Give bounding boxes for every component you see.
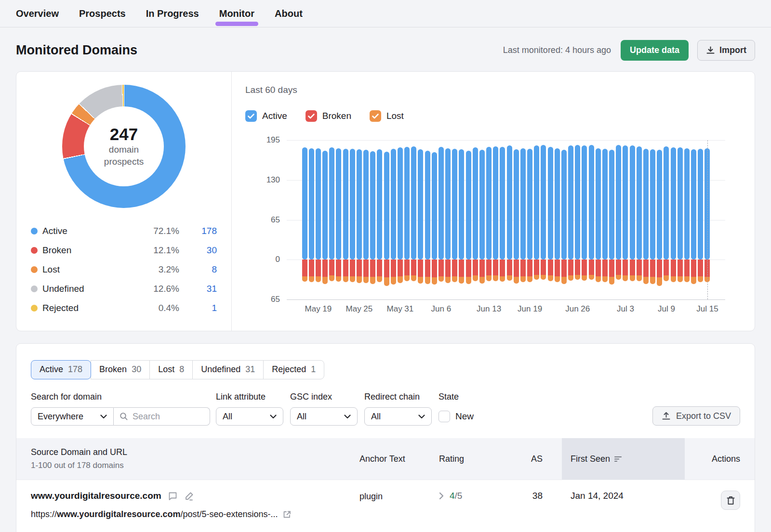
bar-segment[interactable] [459, 277, 464, 284]
bar-segment[interactable] [404, 260, 410, 275]
bar-segment[interactable] [527, 260, 532, 276]
nav-item-monitor[interactable]: Monitor [219, 8, 254, 19]
search-scope-select[interactable]: Everywhere [31, 407, 114, 426]
bar-segment[interactable] [357, 260, 362, 276]
export-to-csv-button[interactable]: Export to CSV [652, 406, 740, 426]
bar-segment[interactable] [623, 260, 628, 275]
bar-segment[interactable] [596, 148, 601, 260]
bar-segment[interactable] [343, 260, 348, 276]
bar-segment[interactable] [514, 260, 519, 277]
bar-segment[interactable] [439, 147, 444, 260]
bar-segment[interactable] [520, 148, 526, 260]
bar-segment[interactable] [664, 260, 669, 275]
bar-segment[interactable] [363, 150, 369, 260]
bar-segment[interactable] [541, 275, 546, 280]
bar-segment[interactable] [302, 276, 307, 282]
bar-segment[interactable] [377, 260, 382, 276]
bar-segment[interactable] [582, 260, 587, 275]
bar-segment[interactable] [548, 260, 553, 275]
update-data-button[interactable]: Update data [621, 40, 689, 61]
bar-segment[interactable] [439, 260, 444, 276]
bar-segment[interactable] [678, 260, 683, 276]
bar-segment[interactable] [391, 149, 396, 260]
state-new-checkbox[interactable]: New [439, 407, 474, 426]
bar-segment[interactable] [698, 260, 703, 276]
bar-segment[interactable] [350, 260, 355, 276]
bar-segment[interactable] [623, 145, 628, 260]
bar-segment[interactable] [411, 275, 416, 281]
bar-segment[interactable] [418, 149, 423, 260]
bar-segment[interactable] [520, 276, 526, 283]
bar-segment[interactable] [329, 275, 334, 281]
bar-segment[interactable] [377, 149, 382, 260]
bar-segment[interactable] [507, 260, 512, 275]
bar-segment[interactable] [568, 145, 573, 260]
bar-segment[interactable] [643, 260, 649, 277]
gsc-index-select[interactable]: All [290, 407, 358, 426]
bar-segment[interactable] [684, 276, 690, 283]
bar-segment[interactable] [391, 260, 396, 277]
bar-segment[interactable] [650, 260, 655, 277]
bar-segment[interactable] [616, 260, 621, 275]
column-rating[interactable]: Rating [439, 454, 514, 464]
bar-segment[interactable] [343, 149, 348, 260]
bar-segment[interactable] [602, 260, 608, 276]
bar-segment[interactable] [479, 277, 485, 284]
bar-segment[interactable] [493, 260, 498, 275]
bar-segment[interactable] [493, 146, 498, 260]
bar-segment[interactable] [575, 145, 580, 260]
bar-segment[interactable] [466, 260, 471, 277]
tab-rejected[interactable]: Rejected 1 [263, 360, 324, 379]
bar-segment[interactable] [316, 260, 321, 276]
bar-segment[interactable] [384, 260, 389, 277]
bar-segment[interactable] [582, 275, 587, 280]
bar-segment[interactable] [459, 149, 464, 260]
bar-segment[interactable] [643, 149, 649, 260]
bar-segment[interactable] [637, 146, 642, 260]
bar-segment[interactable] [432, 277, 437, 285]
source-url[interactable]: https://www.yourdigitalresource.com/post… [31, 509, 359, 519]
chevron-right-icon[interactable] [439, 492, 444, 500]
delete-button[interactable] [721, 491, 740, 510]
bar-segment[interactable] [445, 260, 451, 277]
bar-segment[interactable] [500, 260, 505, 276]
bar-segment[interactable] [452, 260, 457, 276]
bar-segment[interactable] [363, 277, 369, 283]
bar-segment[interactable] [561, 150, 567, 260]
bar-segment[interactable] [309, 276, 314, 283]
domain-link[interactable]: www.yourdigitalresource.com [31, 491, 161, 501]
bar-segment[interactable] [520, 260, 526, 276]
bar-segment[interactable] [370, 260, 375, 277]
bar-segment[interactable] [336, 260, 341, 276]
bar-segment[interactable] [350, 149, 355, 260]
bar-segment[interactable] [596, 276, 601, 283]
bar-segment[interactable] [466, 277, 471, 284]
bar-segment[interactable] [370, 277, 375, 284]
bar-segment[interactable] [698, 276, 703, 283]
bar-segment[interactable] [664, 146, 669, 260]
bar-segment[interactable] [514, 277, 519, 284]
column-first-seen[interactable]: First Seen [562, 438, 685, 480]
tab-active[interactable]: Active 178 [31, 360, 91, 379]
bar-segment[interactable] [493, 275, 498, 281]
bar-segment[interactable] [329, 147, 334, 260]
bar-segment[interactable] [473, 275, 478, 281]
import-button[interactable]: Import [697, 40, 755, 61]
legend-count-link[interactable]: 1 [179, 303, 217, 313]
bar-segment[interactable] [650, 277, 655, 284]
bar-segment[interactable] [336, 276, 341, 282]
bar-segment[interactable] [302, 260, 307, 276]
bar-segment[interactable] [336, 148, 341, 260]
bar-segment[interactable] [548, 147, 553, 260]
bar-segment[interactable] [507, 145, 512, 260]
bar-segment[interactable] [534, 260, 539, 275]
bar-segment[interactable] [589, 145, 594, 260]
bar-segment[interactable] [623, 275, 628, 281]
bar-segment[interactable] [684, 148, 690, 260]
bar-segment[interactable] [698, 149, 703, 260]
bar-segment[interactable] [548, 275, 553, 281]
tab-lost[interactable]: Lost 8 [149, 360, 193, 379]
bar-segment[interactable] [691, 260, 696, 277]
nav-item-in-progress[interactable]: In Progress [146, 8, 199, 19]
bar-segment[interactable] [561, 260, 567, 277]
